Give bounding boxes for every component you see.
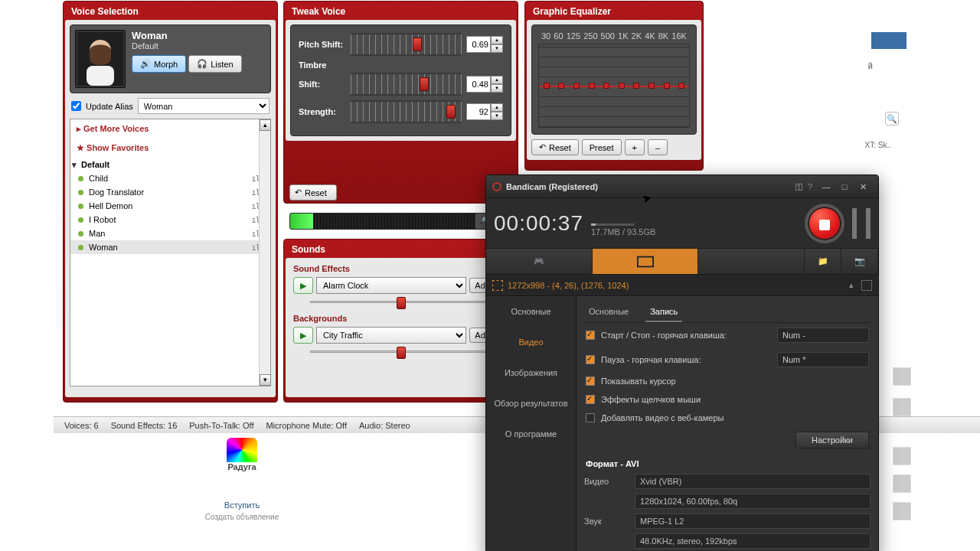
sound-params[interactable]: 48.0KHz, stereo, 192kbps (635, 533, 871, 549)
rainbow-logo[interactable] (227, 438, 257, 462)
chk-cursor[interactable] (586, 377, 595, 386)
chevron-up-icon[interactable]: ▴ (849, 280, 854, 290)
chk-webcam[interactable] (586, 413, 595, 422)
sound-codec[interactable]: MPEG-1 L2 (635, 514, 871, 529)
scroll-up-button[interactable]: ▴ (260, 119, 271, 131)
create-ad-link[interactable]: Создать объявление (196, 513, 288, 521)
strength-spinner[interactable]: ▲▼ (466, 103, 503, 120)
side-about[interactable]: О программе (486, 419, 576, 449)
sound-label: Звук (584, 517, 627, 526)
spin-down-icon[interactable]: ▼ (491, 44, 503, 53)
video-codec[interactable]: Xvid (VBR) (635, 474, 871, 489)
side-video[interactable]: Видео (486, 327, 576, 357)
maximize-button[interactable]: □ (835, 179, 854, 194)
mode-game[interactable]: 🎮 (486, 249, 593, 274)
bg-thumb-1[interactable] (893, 367, 911, 386)
eq-grid[interactable] (538, 44, 690, 128)
hotkey-pause-field[interactable] (777, 352, 869, 367)
strength-slider[interactable] (351, 100, 462, 123)
chk-clicks[interactable] (586, 395, 595, 404)
tab-recording[interactable]: Запись (645, 302, 682, 322)
key-icon[interactable]: ⚿ (795, 182, 803, 191)
mode-blank[interactable] (698, 249, 805, 274)
bg-thumb-2[interactable] (893, 398, 911, 416)
eq-inc-button[interactable]: + (625, 139, 645, 155)
side-general[interactable]: Основные (486, 296, 576, 327)
chk-start[interactable] (586, 331, 595, 340)
listen-button[interactable]: 🎧Listen (188, 55, 241, 73)
screen-icon (637, 256, 654, 268)
voice-item-dog[interactable]: Dog Translatorıll (70, 185, 270, 199)
pitch-slider[interactable] (351, 33, 462, 56)
shift-slider[interactable] (351, 73, 462, 96)
fullscreen-icon[interactable] (861, 280, 872, 291)
sounds-panel: Sounds Sound Effects ▶ Alarm Clock Advan… (283, 239, 518, 403)
voice-selection-title: Voice Selection (65, 3, 276, 20)
video-params[interactable]: 1280x1024, 60.00fps, 80q (635, 494, 871, 509)
input-level-meter (289, 213, 483, 230)
voice-group-default[interactable]: Default (70, 158, 270, 171)
bandicam-title: Bandicam (Registered) (506, 182, 795, 191)
ear-icon: 🎧 (197, 59, 207, 69)
bg-filename: XT: Sk.. (865, 141, 891, 149)
bg-thumb-4[interactable] (893, 474, 911, 493)
voice-item-man[interactable]: Manıll (70, 227, 270, 240)
show-favorites[interactable]: ★ Show Favorites (70, 139, 270, 158)
region-bar[interactable]: 1272x998 - (4, 26), (1276, 1024) ▴ (486, 275, 878, 296)
help-icon[interactable]: ? (808, 182, 812, 191)
effects-select[interactable]: Alarm Clock (316, 277, 466, 294)
bg-select[interactable]: City Traffic (316, 327, 466, 344)
settings-button[interactable]: Настройки (795, 432, 869, 448)
pause-button[interactable] (852, 208, 871, 239)
alias-select[interactable]: Woman (138, 98, 270, 114)
pitch-spinner[interactable]: ▲▼ (466, 36, 503, 53)
search-icon[interactable]: 🔍 (885, 112, 899, 126)
bg-thumb-3[interactable] (893, 447, 911, 465)
shift-spinner[interactable]: ▲▼ (466, 76, 503, 93)
eq-dec-button[interactable]: – (648, 139, 668, 155)
side-results[interactable]: Обзор результатов (486, 388, 576, 419)
eq-reset-button[interactable]: ↶ Reset (531, 139, 579, 155)
minimize-button[interactable]: — (817, 179, 835, 194)
voice-item-woman[interactable]: Womanıll (70, 240, 270, 254)
screenshot-button[interactable]: 📷 (841, 249, 878, 274)
voice-item-hell[interactable]: Hell Demonıll (70, 199, 270, 213)
backgrounds-title: Backgrounds (290, 312, 511, 324)
scroll-down-button[interactable]: ▾ (260, 374, 271, 386)
mode-screen[interactable] (593, 249, 699, 274)
eq-preset-button[interactable]: Preset (582, 139, 622, 155)
morph-button[interactable]: 🔊Morph (132, 55, 186, 73)
voice-avatar (75, 30, 126, 88)
chk-pause[interactable] (586, 355, 595, 364)
bg-volume-slider[interactable] (310, 347, 492, 356)
voice-item-child[interactable]: Childıll (70, 171, 270, 185)
record-button[interactable] (805, 204, 844, 243)
bandicam-content: Основные Запись Старт / Стоп - горячая к… (577, 296, 878, 551)
spin-up-icon[interactable]: ▲ (491, 36, 503, 44)
bg-play-button[interactable]: ▶ (293, 327, 313, 344)
status-sfx: Sound Effects: 16 (111, 421, 178, 430)
community-name[interactable]: Радуга (211, 462, 273, 471)
open-folder-button[interactable]: 📁 (805, 249, 841, 274)
reset-tweak-button[interactable]: ↶Reset (289, 184, 337, 201)
morph-icon: 🔊 (140, 59, 151, 69)
bg-highlight (871, 32, 906, 49)
get-more-voices[interactable]: ▸ Get More Voices (70, 119, 270, 139)
close-button[interactable]: ✕ (854, 179, 872, 194)
voice-list[interactable]: ▸ Get More Voices ★ Show Favorites Defau… (70, 119, 271, 386)
tab-main[interactable]: Основные (584, 302, 633, 322)
gamepad-icon: 🎮 (534, 256, 544, 266)
community-block: Радуга (211, 438, 273, 471)
voice-item-robot[interactable]: I Robotıll (70, 213, 270, 227)
bg-thumb-5[interactable] (893, 502, 911, 520)
hotkey-start-field[interactable] (777, 328, 869, 343)
record-status-icon (492, 182, 501, 191)
update-alias-checkbox[interactable] (71, 101, 81, 111)
side-image[interactable]: Изображения (486, 357, 576, 388)
join-link[interactable]: Вступить (196, 500, 288, 510)
bandicam-titlebar[interactable]: Bandicam (Registered) ⚿ ? — □ ✕ (486, 175, 878, 198)
effects-volume-slider[interactable] (310, 297, 492, 306)
svg-rect-3 (637, 256, 652, 266)
voice-list-scrollbar[interactable]: ▴ ▾ (259, 119, 270, 386)
effects-play-button[interactable]: ▶ (293, 277, 313, 294)
